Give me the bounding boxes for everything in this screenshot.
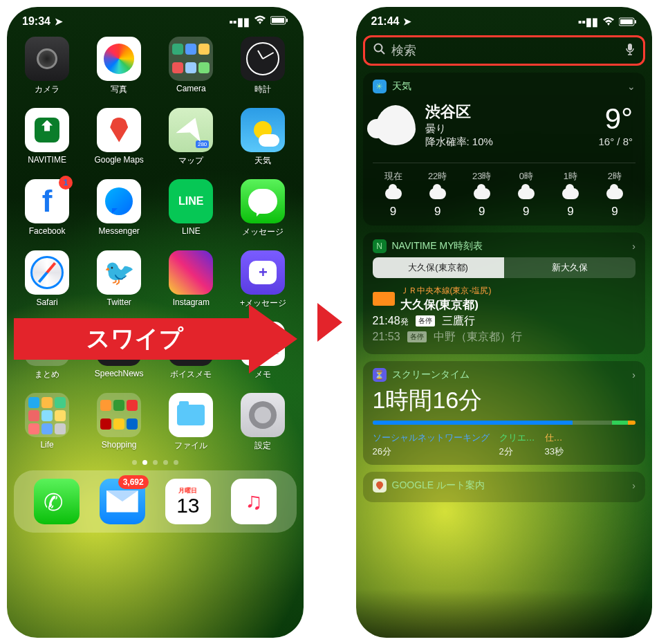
- wifi-icon: [254, 15, 266, 28]
- tab-station-2[interactable]: 新大久保: [504, 257, 635, 278]
- cloud-icon: [474, 188, 490, 199]
- search-bar[interactable]: 検索: [363, 35, 646, 66]
- search-placeholder: 検索: [391, 42, 620, 59]
- status-time: 19:34: [22, 15, 50, 28]
- app-safari[interactable]: Safari: [14, 250, 80, 309]
- app-messages[interactable]: メッセージ: [230, 179, 296, 238]
- app-files[interactable]: ファイル: [158, 393, 224, 452]
- cloud-icon: [385, 188, 402, 199]
- weather-range: 16° / 8°: [598, 136, 633, 147]
- status-bar: 21:44 ➤ ▪▪▮▮: [356, 7, 653, 31]
- folder-shopping[interactable]: Shopping: [86, 393, 152, 452]
- location-icon: ➤: [55, 16, 63, 27]
- gear-icon: [249, 401, 277, 429]
- app-navitime[interactable]: NAVITIME: [14, 108, 80, 167]
- cloud-icon: [606, 188, 623, 199]
- weather-temp: 9°: [598, 102, 633, 136]
- badge: 1: [59, 176, 73, 190]
- chevron-right-icon[interactable]: ›: [632, 480, 635, 491]
- app-weather[interactable]: 天気: [230, 108, 296, 167]
- status-bar: 19:34 ➤ ▪▪▮▮: [7, 7, 304, 31]
- dock-calendar[interactable]: 月曜日 13: [165, 479, 211, 524]
- google-route-widget[interactable]: GOOGLE ルート案内 ›: [363, 472, 646, 502]
- navitime-icon: [35, 118, 59, 142]
- train-icon: [373, 292, 395, 306]
- app-twitter[interactable]: 🐦 Twitter: [86, 250, 152, 309]
- app-plus-message[interactable]: + +メッセージ: [230, 250, 296, 309]
- app-facebook[interactable]: f 1 Facebook: [14, 179, 80, 238]
- app-grid: カメラ 写真 Camera 時計 NAVITIME: [14, 37, 297, 452]
- clock-icon: [246, 42, 279, 75]
- photos-icon: [104, 44, 134, 74]
- app-clock[interactable]: 時計: [230, 37, 296, 95]
- swipe-annotation: スワイプ: [14, 311, 304, 367]
- svg-rect-5: [635, 20, 636, 24]
- app-google-maps[interactable]: Google Maps: [86, 108, 152, 167]
- plus-message-icon: +: [249, 261, 277, 284]
- app-apple-maps[interactable]: マップ: [158, 108, 224, 167]
- dock: ✆ 3,692 月曜日 13 ♫: [14, 470, 297, 533]
- folder-life[interactable]: Life: [14, 393, 80, 452]
- svg-rect-8: [628, 44, 632, 50]
- status-time: 21:44: [371, 15, 400, 28]
- maps-icon: [169, 108, 213, 152]
- google-maps-widget-icon: [373, 479, 387, 493]
- folder-camera[interactable]: Camera: [158, 37, 224, 95]
- app-line[interactable]: LINE LINE: [158, 179, 224, 238]
- svg-rect-4: [620, 19, 633, 24]
- cloud-icon: [562, 188, 579, 199]
- safari-icon: [30, 256, 64, 289]
- train-line: ＪＲ中央本線(東京-塩尻): [400, 285, 492, 297]
- widget-title: 天気: [392, 80, 411, 93]
- navitime-widget-icon: N: [373, 239, 387, 253]
- widget-title: GOOGLE ルート案内: [392, 479, 485, 492]
- badge: 3,692: [118, 475, 149, 489]
- hourglass-icon: ⏳: [373, 368, 387, 382]
- app-photos[interactable]: 写真: [86, 37, 152, 95]
- app-messenger[interactable]: Messenger: [86, 179, 152, 238]
- search-icon: [373, 43, 386, 58]
- widget-title: NAVITIME MY時刻表: [392, 240, 483, 252]
- twitter-icon: 🐦: [97, 250, 141, 295]
- svg-rect-2: [286, 19, 288, 22]
- phone-home-screen: 19:34 ➤ ▪▪▮▮ カメラ 写真: [7, 7, 304, 638]
- battery-icon: [270, 15, 288, 28]
- cloud-icon: [518, 188, 535, 199]
- phone-icon: ✆: [44, 488, 70, 515]
- messages-icon: [248, 189, 277, 214]
- arrow-icon: [317, 303, 342, 342]
- hourly-forecast: 現在9 22時9 23時9 0時9 1時9 2時9: [373, 163, 636, 219]
- dock-music[interactable]: ♫: [231, 479, 277, 524]
- station-tabs[interactable]: 大久保(東京都) 新大久保: [373, 257, 636, 278]
- svg-line-7: [381, 50, 384, 54]
- chevron-down-icon[interactable]: ⌄: [627, 81, 635, 92]
- screentime-total: 1時間16分: [373, 385, 636, 416]
- navitime-widget[interactable]: N NAVITIME MY時刻表 › 大久保(東京都) 新大久保 ＪＲ中央本線(…: [363, 232, 646, 354]
- weather-widget[interactable]: ☀ 天気 ⌄ 渋谷区 曇り 降水確率: 10% 9° 16° / 8° 現在9 …: [363, 73, 646, 226]
- signal-icon: ▪▪▮▮: [578, 15, 598, 28]
- screentime-widget[interactable]: ⏳ スクリーンタイム › 1時間16分 ソーシャルネットワーキング 26分 クリ…: [363, 361, 646, 465]
- svg-point-6: [374, 44, 382, 51]
- microphone-icon[interactable]: [625, 43, 635, 58]
- dock-mail[interactable]: 3,692: [100, 479, 145, 524]
- line-icon: LINE: [169, 179, 213, 223]
- google-maps-icon: [110, 118, 128, 142]
- app-camera[interactable]: カメラ: [14, 37, 80, 95]
- location-icon: ➤: [403, 16, 411, 27]
- chevron-right-icon[interactable]: ›: [632, 369, 635, 380]
- page-indicator[interactable]: [14, 460, 297, 465]
- folder-icon: [169, 37, 213, 81]
- svg-rect-1: [272, 18, 284, 23]
- chevron-right-icon[interactable]: ›: [632, 241, 635, 252]
- weather-condition: 曇り: [425, 122, 493, 136]
- app-settings[interactable]: 設定: [230, 393, 296, 452]
- app-instagram[interactable]: Instagram: [158, 250, 224, 309]
- camera-icon: [37, 48, 57, 69]
- folder-files-icon: [177, 405, 205, 425]
- cloud-icon: [429, 188, 446, 199]
- messenger-icon: [105, 187, 133, 215]
- dock-phone[interactable]: ✆: [34, 479, 80, 524]
- mail-icon: [106, 490, 138, 513]
- tab-station-1[interactable]: 大久保(東京都): [373, 257, 504, 278]
- folder-icon: [25, 393, 69, 437]
